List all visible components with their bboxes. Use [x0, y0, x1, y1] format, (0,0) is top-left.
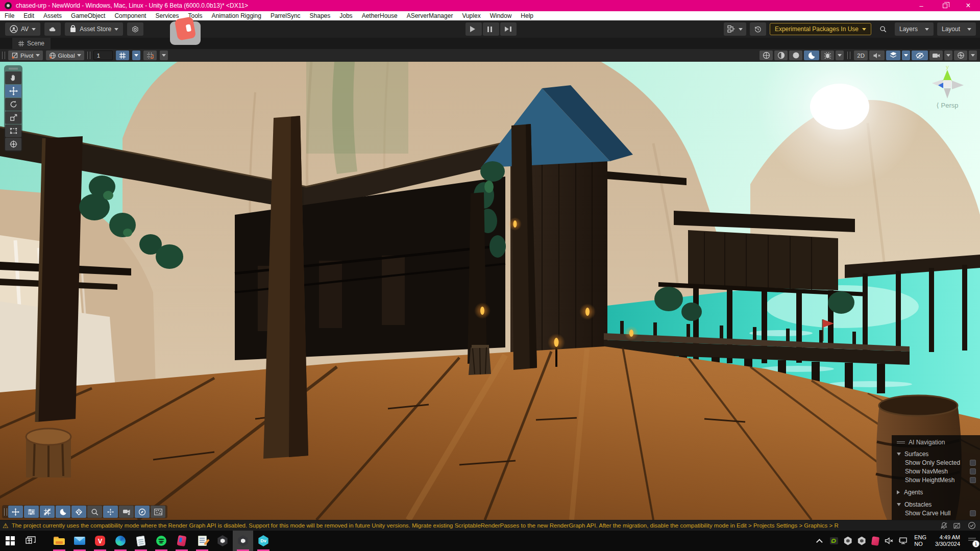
debug-button[interactable]	[821, 51, 834, 60]
account-dropdown[interactable]: AV	[5, 22, 40, 36]
menu-shapes[interactable]: Shapes	[305, 11, 335, 20]
render-doc-button[interactable]	[760, 51, 773, 60]
scale-tool-button[interactable]	[5, 111, 21, 124]
overlay-move-button[interactable]	[8, 506, 23, 518]
overlay-noise-button[interactable]	[151, 506, 165, 518]
overlay-navigation-button[interactable]	[135, 506, 150, 518]
surfaces-section-toggle[interactable]: Surfaces	[892, 449, 980, 458]
clock[interactable]: 4:49 AM 3/30/2024	[933, 534, 962, 547]
tray-nvidia[interactable]	[829, 536, 839, 545]
restore-button[interactable]	[933, 0, 957, 11]
overlay-probes-button[interactable]	[71, 506, 86, 518]
overlay-zoom-button[interactable]	[87, 506, 102, 518]
visibility-toggle-button[interactable]	[912, 51, 928, 60]
play-button[interactable]	[465, 22, 482, 36]
multiplayer-dropdown[interactable]	[724, 22, 746, 36]
shaded-mode-button[interactable]	[789, 51, 802, 60]
language-indicator[interactable]: ENG NO	[912, 534, 928, 547]
console-muted-icon[interactable]	[953, 522, 961, 530]
grid-size-input[interactable]	[93, 51, 113, 60]
layers-dropdown[interactable]: Layers	[895, 22, 934, 36]
show-carve-hull-checkbox[interactable]	[970, 510, 976, 516]
close-button[interactable]: ×	[957, 0, 980, 11]
wood-stump[interactable]	[26, 429, 71, 478]
tray-network[interactable]	[898, 536, 908, 545]
menu-edit[interactable]: Edit	[19, 11, 39, 20]
shaded-wireframe-button[interactable]	[774, 51, 788, 60]
grid-visibility-button[interactable]	[143, 51, 157, 60]
overlay-lighting-button[interactable]	[56, 506, 70, 518]
tray-expand-button[interactable]	[816, 536, 825, 545]
toolbar-drag-handle[interactable]	[847, 52, 850, 59]
view-tool-button[interactable]	[5, 71, 21, 84]
version-control-button[interactable]	[127, 22, 143, 36]
menu-parrelsync[interactable]: ParrelSync	[266, 11, 305, 20]
taskbar-spotify[interactable]	[151, 531, 172, 551]
menu-window[interactable]: Window	[485, 11, 517, 20]
tray-pink-app[interactable]	[871, 536, 880, 545]
show-only-selected-checkbox[interactable]	[970, 460, 976, 466]
search-button[interactable]	[875, 22, 891, 36]
menu-aservermanager[interactable]: AServerManager	[402, 11, 458, 20]
taskbar-text-editor[interactable]	[192, 531, 212, 551]
taskbar-file-explorer[interactable]	[49, 531, 69, 551]
pause-button[interactable]	[483, 22, 499, 36]
perspective-toggle[interactable]: ⟨Persp	[926, 102, 969, 109]
agents-section-toggle[interactable]: Agents	[892, 488, 980, 496]
console-warning-bar[interactable]: ⚠ The project currently uses the compati…	[0, 520, 980, 531]
debug-dropdown[interactable]	[836, 51, 844, 60]
layout-dropdown[interactable]: Layout	[937, 22, 976, 36]
menu-jobs[interactable]: Jobs	[335, 11, 357, 20]
notification-center-button[interactable]: 1	[967, 537, 977, 545]
pivot-dropdown[interactable]: Pivot	[8, 51, 43, 60]
taskbar-davinci[interactable]: Dv	[253, 531, 274, 551]
transform-tool-button[interactable]	[5, 138, 21, 151]
menu-assets[interactable]: Assets	[39, 11, 66, 20]
task-view-button[interactable]	[20, 531, 41, 551]
audio-mute-button[interactable]	[869, 51, 885, 60]
menu-gameobject[interactable]: GameObject	[66, 11, 110, 20]
mode-2d-button[interactable]: 2D	[854, 51, 868, 60]
notifications-muted-icon[interactable]	[940, 522, 948, 530]
toolbar-drag-handle[interactable]	[2, 52, 5, 59]
experimental-packages-dropdown[interactable]: Experimental Packages In Use	[770, 23, 871, 35]
rect-tool-button[interactable]	[5, 124, 21, 137]
camera-view-dropdown[interactable]	[944, 51, 952, 60]
grid-visibility-dropdown[interactable]	[160, 51, 168, 60]
move-tool-button[interactable]	[5, 85, 21, 97]
cloud-button[interactable]	[44, 22, 61, 36]
rotate-tool-button[interactable]	[5, 98, 21, 111]
taskbar-pink-app[interactable]	[172, 531, 192, 551]
dock-stand[interactable]	[469, 345, 491, 375]
menu-vuplex[interactable]: Vuplex	[457, 11, 485, 20]
tray-unity-2[interactable]	[857, 536, 866, 545]
show-heightmesh-checkbox[interactable]	[970, 477, 976, 483]
orientation-gizmo[interactable]: y ⟨Persp	[926, 64, 969, 109]
undo-history-button[interactable]	[750, 22, 766, 36]
menu-component[interactable]: Component	[110, 11, 151, 20]
overlay-camera-button[interactable]	[119, 506, 134, 518]
taskbar-vivaldi[interactable]: V	[90, 531, 110, 551]
overlay-snap-button[interactable]	[103, 506, 118, 518]
taskbar-unity-editor[interactable]	[233, 531, 253, 551]
overlay-grid-toggle-button[interactable]	[40, 506, 55, 518]
menu-file[interactable]: File	[0, 11, 19, 20]
taskbar-mail[interactable]	[69, 531, 90, 551]
toolbar-drag-handle[interactable]	[87, 52, 90, 59]
tab-scene[interactable]: Scene	[12, 38, 51, 49]
window-titlebar[interactable]: chased-urp - NewWorld - Windows, Mac, Li…	[0, 0, 980, 11]
overlay-drag-handle[interactable]	[9, 68, 18, 69]
menu-animation-rigging[interactable]: Animation Rigging	[207, 11, 265, 20]
overlay-settings-button[interactable]	[24, 506, 39, 518]
taskbar-edge[interactable]	[110, 531, 131, 551]
panel-drag-handle[interactable]	[897, 441, 905, 443]
show-navmesh-checkbox[interactable]	[970, 468, 976, 474]
tray-unity-1[interactable]	[843, 536, 852, 545]
step-button[interactable]	[500, 22, 517, 36]
camera-view-button[interactable]	[929, 51, 943, 60]
overlay-drag-handle[interactable]	[4, 508, 7, 516]
tray-volume-muted[interactable]	[885, 536, 894, 545]
lighting-toggle-button[interactable]	[804, 51, 819, 60]
effects-button[interactable]	[886, 51, 900, 60]
menu-aetherhouse[interactable]: AetherHouse	[357, 11, 402, 20]
